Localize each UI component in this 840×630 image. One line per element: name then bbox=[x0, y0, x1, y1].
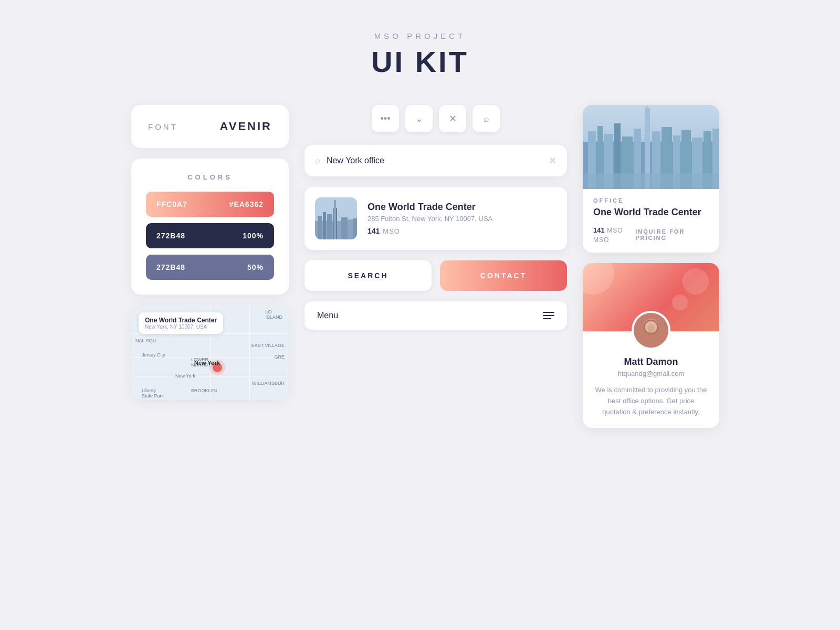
search-icon: ⌕ bbox=[484, 113, 489, 124]
map-card: LOISLAND NAL SQU Jersey City EAST VILLAG… bbox=[131, 305, 289, 400]
search-bar-icon: ⌕ bbox=[315, 155, 320, 166]
chevron-down-icon: ⌄ bbox=[415, 113, 423, 124]
toolbar-chevron-button[interactable]: ⌄ bbox=[405, 105, 433, 132]
action-row: SEARCH CONTACT bbox=[304, 260, 567, 291]
map-label-box: One World Trade Center New York, NY 1000… bbox=[139, 312, 223, 334]
office-type: OFFICE bbox=[593, 197, 709, 204]
color-dark-pct: 100% bbox=[243, 232, 264, 240]
office-count-group: 141 MSO MSO bbox=[593, 225, 635, 244]
hamburger-line-2 bbox=[543, 315, 554, 316]
result-count: 141 bbox=[368, 227, 380, 235]
hamburger-line-3 bbox=[543, 318, 551, 319]
hamburger-line-1 bbox=[543, 312, 554, 313]
office-mso: MSO bbox=[607, 227, 623, 234]
profile-avatar-wrap bbox=[632, 311, 670, 350]
left-column: FONT AVENIR COLORS FFC0A7 #EA6362 272B48… bbox=[131, 105, 289, 428]
office-count: 141 bbox=[593, 226, 605, 234]
deco-circle-3 bbox=[672, 295, 688, 310]
color-hex-right: #EA6362 bbox=[229, 200, 264, 208]
right-column: OFFICE One World Trade Center 141 MSO MS… bbox=[583, 105, 719, 428]
colors-card: COLORS FFC0A7 #EA6362 272B48 100% 272B48… bbox=[131, 159, 289, 295]
hamburger-icon[interactable] bbox=[543, 312, 554, 319]
map-text-liberty: LibertyState Park bbox=[142, 388, 164, 398]
profile-background bbox=[583, 263, 719, 331]
result-meta: 141 MSO bbox=[368, 227, 492, 235]
profile-description: We is committed to providing you the bes… bbox=[593, 385, 709, 417]
office-photo bbox=[583, 105, 719, 189]
avatar bbox=[632, 311, 670, 350]
map-text-island: LOISLAND bbox=[265, 309, 282, 320]
profile-card: Matt Damon htquandg@gmail.com We is comm… bbox=[583, 263, 719, 428]
office-mso-tag: MSO bbox=[593, 236, 609, 244]
color-mid-hex: 272B48 bbox=[156, 263, 185, 271]
svg-rect-2 bbox=[318, 216, 322, 239]
main-grid: FONT AVENIR COLORS FFC0A7 #EA6362 272B48… bbox=[131, 105, 709, 428]
result-name: One World Trade Center bbox=[368, 202, 492, 213]
close-icon: ✕ bbox=[449, 113, 457, 124]
map-newyork-label: New York bbox=[194, 360, 220, 366]
profile-email: htquandg@gmail.com bbox=[593, 370, 709, 377]
map-text-williams: WILLIAMSBUR bbox=[252, 381, 285, 386]
colors-title: COLORS bbox=[146, 173, 274, 181]
svg-rect-8 bbox=[348, 219, 353, 239]
result-address: 285 Fulton St, New York, NY 10007, USA bbox=[368, 215, 492, 223]
toolbar-close-button[interactable]: ✕ bbox=[439, 105, 466, 132]
deco-circle-1 bbox=[583, 263, 614, 295]
color-dark-hex: 272B48 bbox=[156, 232, 185, 240]
result-card: One World Trade Center 285 Fulton St, Ne… bbox=[304, 187, 567, 250]
svg-rect-7 bbox=[341, 217, 348, 239]
page-subtitle: MSO PROJECT bbox=[371, 32, 469, 40]
map-text-jersey: Jersey City bbox=[142, 352, 165, 358]
result-tag: MSO bbox=[383, 227, 400, 235]
avatar-image bbox=[634, 313, 668, 348]
map-text-sqr: NAL SQU bbox=[135, 338, 156, 343]
middle-column: ••• ⌄ ✕ ⌕ ⌕ New York office ✕ bbox=[304, 105, 567, 428]
svg-rect-4 bbox=[327, 214, 332, 239]
search-clear-icon[interactable]: ✕ bbox=[549, 155, 556, 166]
color-swatch-dark: 272B48 100% bbox=[146, 223, 274, 248]
svg-rect-3 bbox=[323, 212, 326, 239]
color-swatch-mid: 272B48 50% bbox=[146, 255, 274, 280]
font-name: AVENIR bbox=[220, 120, 272, 133]
search-input[interactable]: New York office bbox=[327, 156, 542, 165]
map-text-newyork: New York bbox=[175, 373, 195, 379]
search-bar: ⌕ New York office ✕ bbox=[304, 145, 567, 176]
map-place-sub: New York, NY 10007, USA bbox=[145, 324, 217, 330]
map-text-gre: GRE bbox=[274, 354, 285, 360]
svg-rect-6 bbox=[334, 200, 336, 239]
color-hex-left: FFC0A7 bbox=[156, 200, 187, 208]
map-background: LOISLAND NAL SQU Jersey City EAST VILLAG… bbox=[131, 305, 289, 400]
dots-icon: ••• bbox=[381, 113, 391, 124]
page-header: MSO PROJECT UI KIT bbox=[371, 32, 469, 79]
deco-circle-2 bbox=[682, 268, 709, 295]
toolbar-search-button[interactable]: ⌕ bbox=[472, 105, 500, 132]
office-info: OFFICE One World Trade Center 141 MSO MS… bbox=[583, 189, 719, 253]
menu-label: Menu bbox=[317, 311, 338, 320]
map-text-east: EAST VILLAGE bbox=[251, 343, 285, 348]
toolbar-dots-button[interactable]: ••• bbox=[372, 105, 399, 132]
office-skyline-image bbox=[583, 105, 719, 189]
svg-point-34 bbox=[647, 324, 655, 333]
color-mid-pct: 50% bbox=[247, 263, 264, 271]
map-text-brooklyn: BROOKLYN bbox=[191, 388, 217, 393]
svg-rect-28 bbox=[583, 173, 719, 189]
svg-rect-9 bbox=[353, 218, 357, 239]
office-card: OFFICE One World Trade Center 141 MSO MS… bbox=[583, 105, 719, 253]
color-swatch-gradient: FFC0A7 #EA6362 bbox=[146, 192, 274, 217]
toolbar-row: ••• ⌄ ✕ ⌕ bbox=[304, 105, 567, 132]
profile-name: Matt Damon bbox=[593, 356, 709, 368]
contact-button[interactable]: CONTACT bbox=[440, 260, 567, 291]
menu-card: Menu bbox=[304, 301, 567, 330]
page-title: UI KIT bbox=[371, 45, 469, 79]
skyline-thumbnail bbox=[315, 197, 357, 239]
office-inquire[interactable]: INQUIRE FOR PRICING bbox=[635, 228, 709, 241]
font-card: FONT AVENIR bbox=[131, 105, 289, 148]
font-label: FONT bbox=[148, 122, 178, 131]
office-meta-row: 141 MSO MSO INQUIRE FOR PRICING bbox=[593, 225, 709, 244]
result-info: One World Trade Center 285 Fulton St, Ne… bbox=[368, 202, 492, 235]
result-thumbnail bbox=[315, 197, 357, 239]
map-place-name: One World Trade Center bbox=[145, 317, 217, 324]
office-name: One World Trade Center bbox=[593, 207, 709, 218]
search-button[interactable]: SEARCH bbox=[304, 260, 432, 291]
svg-rect-20 bbox=[646, 106, 648, 109]
